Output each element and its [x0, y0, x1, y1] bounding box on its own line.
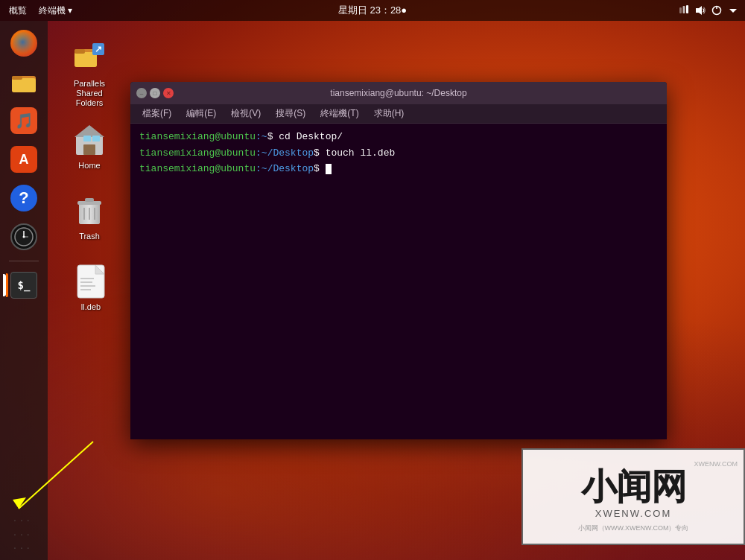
parallels-icon: ↗ [72, 40, 107, 76]
desktop-icon-parallels[interactable]: ↗ ParallelsSharedFolders [60, 37, 119, 112]
launcher-separator [9, 261, 39, 261]
cmd-1: cd Desktop/ [273, 131, 343, 142]
svg-rect-0 [679, 7, 682, 13]
trash-icon [72, 193, 107, 229]
menu-search[interactable]: 搜尋(S) [270, 106, 311, 121]
prompt-path-3: :~/Desktop [256, 163, 314, 174]
prompt-user-3: tiansemixiang@ubuntu [139, 163, 256, 174]
watermark-main-text: 小闻网 [581, 469, 686, 505]
minimize-button[interactable]: – [136, 88, 147, 98]
menu-terminal[interactable]: 終端機(T) [314, 106, 364, 121]
launcher-item-terminal[interactable]: $_ [6, 267, 42, 303]
desktop-icon-home[interactable]: Home [60, 119, 119, 174]
prompt-path-2: :~/Desktop [256, 147, 314, 159]
prompt-sym-3: $ [314, 163, 320, 174]
launcher-item-music[interactable]: 🎵 [6, 103, 42, 139]
terminal-titlebar: – □ ✕ tiansemixiang@ubuntu: ~/Desktop [130, 82, 667, 104]
terminal-menubar: 檔案(F) 編輯(E) 檢視(V) 搜尋(S) 終端機(T) 求助(H) [130, 104, 667, 124]
svg-rect-9 [12, 76, 22, 80]
cmd-2: touch ll.deb [320, 147, 395, 159]
svg-rect-8 [12, 78, 36, 92]
watermark-sub-text: XWENW.COM [595, 508, 672, 519]
launcher-item-software[interactable]: A [6, 141, 42, 177]
terminal-line-3: tiansemixiang@ubuntu:~/Desktop$ [139, 162, 658, 176]
settings-dropdown-icon[interactable] [727, 4, 739, 16]
ll-deb-label: ll.deb [81, 302, 101, 312]
svg-rect-27 [85, 198, 94, 202]
sound-icon[interactable] [694, 4, 706, 16]
maximize-button[interactable]: □ [150, 88, 160, 98]
svg-rect-22 [83, 136, 91, 141]
prompt-sym-2: $ [314, 147, 320, 159]
overview-button[interactable]: 概覧 [6, 3, 30, 19]
svg-rect-23 [92, 136, 100, 141]
svg-rect-1 [683, 6, 685, 13]
panel-right [678, 4, 739, 16]
home-label: Home [78, 161, 100, 171]
desktop-icon-trash[interactable]: Trash [60, 190, 119, 244]
network-icon[interactable] [678, 4, 690, 16]
top-panel: 概覧 終端機 ▾ 星期日 23：28● [0, 0, 745, 21]
svg-rect-2 [686, 5, 688, 13]
prompt-path-1: :~ [256, 131, 267, 142]
terminal-line-1: tiansemixiang@ubuntu:~$ cd Desktop/ [139, 130, 658, 144]
prompt-user-2: tiansemixiang@ubuntu [139, 147, 256, 159]
arrow-svg [4, 434, 101, 516]
watermark-small-text: 小闻网（WWW.XWENW.COM）专向 [578, 524, 689, 533]
trash-label: Trash [79, 232, 100, 241]
launcher-item-firefox[interactable] [6, 25, 42, 61]
watermark-side-text: XWENW.COM [694, 460, 738, 468]
watermark: XWENW.COM 小闻网 XWENW.COM 小闻网（WWW.XWENW.CO… [522, 448, 745, 545]
desktop-icon-ll-deb[interactable]: ll.deb [61, 261, 121, 315]
close-button[interactable]: ✕ [163, 88, 174, 98]
svg-text:↗: ↗ [95, 44, 102, 54]
svg-point-13 [23, 236, 25, 238]
terminal-title: tiansemixiang@ubuntu: ~/Desktop [330, 88, 466, 98]
svg-rect-16 [74, 49, 85, 54]
svg-marker-20 [74, 125, 104, 137]
active-indicator [6, 273, 8, 297]
terminal-body[interactable]: tiansemixiang@ubuntu:~$ cd Desktop/ tian… [130, 124, 667, 439]
menu-help[interactable]: 求助(H) [368, 106, 410, 121]
prompt-user-1: tiansemixiang@ubuntu [139, 131, 256, 142]
desktop: 概覧 終端機 ▾ 星期日 23：28● [0, 0, 745, 560]
terminal-window: – □ ✕ tiansemixiang@ubuntu: ~/Desktop 檔案… [130, 82, 667, 439]
cmd-3 [320, 163, 326, 174]
svg-marker-6 [729, 9, 737, 13]
panel-left: 概覧 終端機 ▾ [6, 3, 75, 19]
launcher-item-help[interactable]: ? [6, 180, 42, 216]
svg-marker-3 [696, 6, 702, 15]
svg-line-38 [19, 442, 93, 509]
home-icon [72, 122, 107, 158]
parallels-label: ParallelsSharedFolders [74, 79, 105, 109]
menu-edit[interactable]: 編輯(E) [180, 106, 222, 121]
launcher-item-clock[interactable] [6, 219, 42, 255]
terminal-line-2: tiansemixiang@ubuntu:~/Desktop$ touch ll… [139, 146, 658, 161]
terminal-menu-button[interactable]: 終端機 ▾ [36, 3, 75, 19]
arrow-annotation [4, 434, 101, 519]
datetime-text: 星期日 23：28● [338, 4, 407, 16]
launcher-item-files[interactable] [6, 64, 42, 100]
svg-rect-21 [83, 144, 95, 155]
deb-file-icon [73, 264, 109, 299]
datetime-display: 星期日 23：28● [338, 4, 407, 17]
terminal-cursor [326, 164, 332, 174]
window-buttons: – □ ✕ [136, 88, 174, 98]
menu-view[interactable]: 檢視(V) [225, 106, 267, 121]
power-icon[interactable] [711, 4, 723, 16]
menu-file[interactable]: 檔案(F) [136, 106, 177, 121]
